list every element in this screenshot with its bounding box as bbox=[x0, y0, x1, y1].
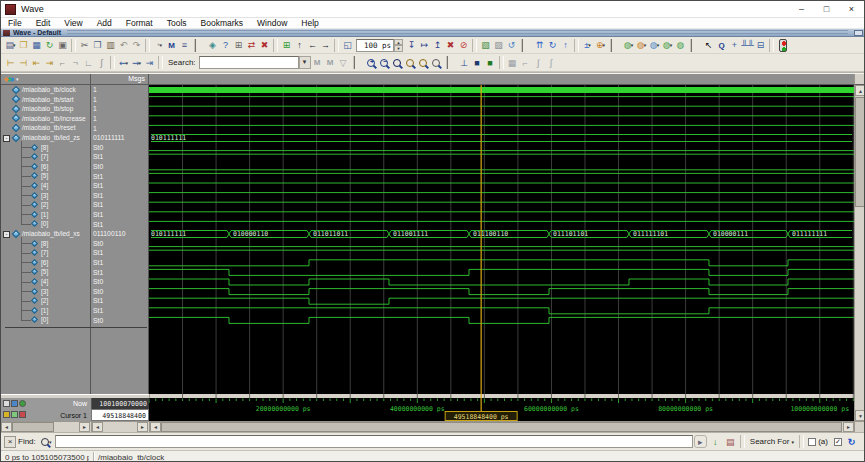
zoom-mode-button[interactable]: Q bbox=[715, 38, 728, 52]
signal-row[interactable]: -/miaobaio_tb/led_zs bbox=[1, 133, 90, 143]
horizontal-scrollbars[interactable]: ◄ ► ◄ ► ◄ ► bbox=[1, 421, 865, 432]
signal-bit-row[interactable]: [5] bbox=[1, 267, 90, 277]
signal-row[interactable]: /miaobaio_tb/reset bbox=[1, 123, 90, 133]
scroll-down-arrow[interactable]: ▼ bbox=[855, 410, 865, 421]
signal-bit-row[interactable]: [8] bbox=[1, 239, 90, 249]
edge-rise-button[interactable]: ∫ bbox=[532, 56, 545, 70]
signal-bit-row[interactable]: [7] bbox=[1, 248, 90, 258]
waveform-svg[interactable]: 0101111110101111110100001100110110110110… bbox=[149, 85, 854, 421]
profile-button[interactable]: ▧ bbox=[479, 38, 492, 52]
close-button[interactable]: × bbox=[839, 1, 864, 17]
next-rising-button[interactable]: ʃ bbox=[95, 56, 108, 70]
search-combo[interactable]: ▼ bbox=[199, 56, 311, 69]
scroll-up-arrow[interactable]: ▲ bbox=[855, 85, 865, 96]
stop-sim-button[interactable] bbox=[776, 38, 789, 52]
search-filter-button[interactable]: ▽ bbox=[337, 56, 350, 70]
delete-cursor-button[interactable]: ⊣ bbox=[17, 56, 30, 70]
signal-bit-row[interactable]: [7] bbox=[1, 152, 90, 162]
zoom-out-button[interactable]: − bbox=[378, 56, 391, 70]
match-case-checkbox[interactable] bbox=[808, 438, 816, 446]
signal-bit-row[interactable]: [2] bbox=[1, 200, 90, 210]
wrap-search-checkbox[interactable]: ✓ bbox=[834, 438, 842, 446]
expand-time-right-button[interactable]: ⇝▾ bbox=[130, 56, 143, 70]
restore-button[interactable]: ◱ bbox=[341, 38, 354, 52]
cursor1-label[interactable]: Cursor 1 bbox=[1, 412, 87, 419]
break-button[interactable]: ✖ bbox=[444, 38, 457, 52]
menu-file[interactable]: File bbox=[1, 18, 29, 29]
edit-mode-button[interactable]: ⊟ bbox=[754, 38, 767, 52]
expand-toggle[interactable]: - bbox=[3, 231, 10, 238]
collapse-time-button[interactable]: ⇥ bbox=[143, 56, 156, 70]
signal-bit-row[interactable]: [3] bbox=[1, 191, 90, 201]
wave-scroll-right-arrow[interactable]: ► bbox=[843, 422, 854, 432]
back-button[interactable]: ← bbox=[306, 38, 319, 52]
zoom-full-button[interactable] bbox=[391, 56, 404, 70]
run-button[interactable]: ↧ bbox=[405, 38, 418, 52]
zoom-range-button[interactable] bbox=[417, 56, 430, 70]
signal-values-panel[interactable]: 11111010111111St0St1St0St1St1St1St1St1St… bbox=[91, 85, 149, 394]
wave-scroll-thumb[interactable] bbox=[161, 422, 842, 432]
chevron-down-icon[interactable]: ▾ bbox=[16, 76, 19, 82]
up-level-button[interactable]: ↑ bbox=[293, 38, 306, 52]
go-button[interactable]: ⊞ bbox=[280, 38, 293, 52]
two-cursor-button[interactable]: ╨╨ bbox=[741, 38, 754, 52]
cut-button[interactable]: ✂ bbox=[78, 38, 91, 52]
signal-row[interactable]: /miaobaio_tb/increase bbox=[1, 114, 90, 124]
gc-button[interactable]: ◔▾ bbox=[152, 38, 165, 52]
find-close-button[interactable]: × bbox=[4, 436, 16, 448]
find-report-icon[interactable]: ▤ bbox=[724, 435, 737, 448]
find-first-button[interactable]: ⇈ bbox=[533, 38, 546, 52]
run-length-input[interactable]: 100 ps▲▼ bbox=[356, 39, 403, 52]
redo-button[interactable]: ↷ bbox=[130, 38, 143, 52]
view-full-button[interactable]: ■ bbox=[471, 56, 484, 70]
help-doc-button[interactable]: ? bbox=[219, 38, 232, 52]
maximize-button[interactable]: □ bbox=[814, 1, 839, 17]
next-transition-button[interactable]: ⇥ bbox=[43, 56, 56, 70]
menu-window[interactable]: Window bbox=[250, 18, 294, 29]
swap-button[interactable]: ⇄ bbox=[245, 38, 258, 52]
edge-fall-button[interactable]: ʃ bbox=[545, 56, 558, 70]
signal-bit-row[interactable]: [4] bbox=[1, 181, 90, 191]
combo-dropdown-icon[interactable]: ▼ bbox=[299, 56, 311, 69]
signal-bit-row[interactable]: [3] bbox=[1, 287, 90, 297]
names-scroll-left-arrow[interactable]: ◄ bbox=[1, 422, 12, 432]
values-column-header[interactable]: Msgs bbox=[91, 74, 149, 85]
pane-header[interactable]: Wave - Default bbox=[1, 29, 865, 37]
paste-button[interactable]: ▥ bbox=[104, 38, 117, 52]
dataset-reload-button[interactable]: ◍▾ bbox=[635, 38, 648, 52]
dataset-export-button[interactable]: ◍▾ bbox=[648, 38, 661, 52]
edge-hold-button[interactable]: ⌐ bbox=[519, 56, 532, 70]
dataset-close-button[interactable]: ◍ bbox=[674, 38, 687, 52]
select-mode-button[interactable]: ↖ bbox=[702, 38, 715, 52]
dataset-import-button[interactable]: ◍▾ bbox=[661, 38, 674, 52]
add-wave-button[interactable]: ⊕▾ bbox=[594, 38, 607, 52]
forward-button[interactable]: → bbox=[319, 38, 332, 52]
window-pane-button[interactable]: ▦ bbox=[506, 56, 519, 70]
zoom-in-button[interactable]: + bbox=[365, 56, 378, 70]
search-up-button[interactable]: M bbox=[324, 56, 337, 70]
binoculars-icon[interactable]: ▾ bbox=[40, 435, 53, 448]
prev-transition-button[interactable]: ⇤ bbox=[30, 56, 43, 70]
waveform-canvas[interactable]: 0101111110101111110100001100110110110110… bbox=[149, 85, 854, 421]
signal-names-panel[interactable]: /miaobaio_tb/clock/miaobaio_tb/start/mia… bbox=[1, 85, 91, 394]
zoom-cursor-button[interactable] bbox=[404, 56, 417, 70]
names-column-header[interactable]: ▾ bbox=[1, 74, 91, 85]
signal-bit-row[interactable]: [0] bbox=[1, 219, 90, 229]
prev-falling-button[interactable]: ⌐ bbox=[56, 56, 69, 70]
pane-dock-icon[interactable] bbox=[854, 30, 863, 36]
signal-bit-row[interactable]: [2] bbox=[1, 296, 90, 306]
new-file-button[interactable]: ▤▾ bbox=[4, 38, 17, 52]
signal-bit-row[interactable]: [1] bbox=[1, 306, 90, 316]
find-next-button[interactable]: ▸ bbox=[694, 435, 707, 448]
delete-button[interactable]: ✖ bbox=[258, 38, 271, 52]
values-scroll-right-arrow[interactable]: ► bbox=[137, 422, 148, 432]
signal-bit-row[interactable]: [1] bbox=[1, 210, 90, 220]
menu-edit[interactable]: Edit bbox=[29, 18, 58, 29]
find-down-icon[interactable]: ↓ bbox=[709, 435, 722, 448]
vertical-scroll-thumb[interactable] bbox=[855, 97, 865, 207]
print-button[interactable]: ▣ bbox=[56, 38, 69, 52]
cursor-to-bottom-button[interactable]: ⊥ bbox=[458, 56, 471, 70]
save-button[interactable]: ▦ bbox=[30, 38, 43, 52]
profile-off-button[interactable]: ▨ bbox=[492, 38, 505, 52]
wrap-search-icon[interactable]: ↻ bbox=[845, 435, 858, 448]
